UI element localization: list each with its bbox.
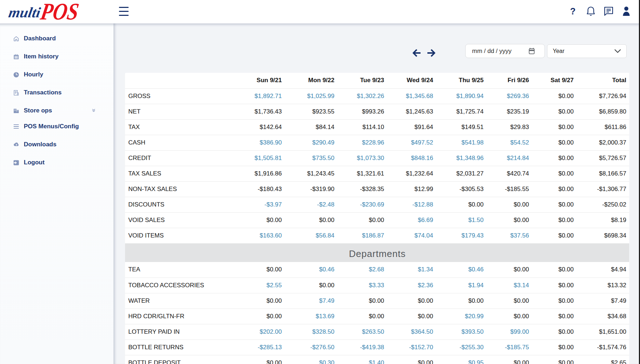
svg-text:multi: multi <box>7 4 42 21</box>
svg-text:POS: POS <box>39 1 81 23</box>
